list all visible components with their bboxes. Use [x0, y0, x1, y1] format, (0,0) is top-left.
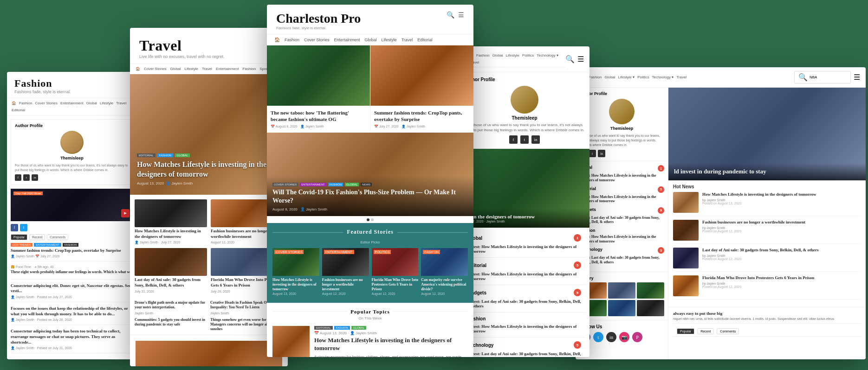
nav-item[interactable]: 🏠	[12, 101, 16, 105]
facebook-share[interactable]: f	[11, 224, 18, 231]
far-hero-headline[interactable]: ld invest in during pandemic to stay	[674, 168, 860, 176]
far-nav-global[interactable]: Global	[604, 75, 615, 79]
hot-headline-2[interactable]: Fashion businesses are no longer a worth…	[702, 220, 861, 225]
grid-headline-1[interactable]: How Matches Lifestyle is investing in th…	[135, 229, 207, 239]
right-nav-fashion[interactable]: Fashion	[476, 53, 489, 57]
nav-travel[interactable]: Travel	[202, 67, 212, 71]
instagram-icon[interactable]: in	[32, 174, 38, 181]
dot-1[interactable]	[367, 218, 369, 221]
popular-headline[interactable]: How Matches Lifestyle is investing in th…	[314, 337, 468, 352]
tab-comments[interactable]: Comments	[47, 234, 68, 240]
drone-headline[interactable]: Drone's flight path needs a major update…	[135, 300, 207, 310]
nav-lifestyle[interactable]: Lifestyle	[185, 67, 198, 71]
tab-recent[interactable]: Recent	[29, 234, 45, 240]
cat-gadgets-headline[interactable]: Latest: Last day of Ani sale: 30 gadgets…	[468, 299, 581, 308]
right-hero-headline[interactable]: ing in the designers of tomorrow	[464, 213, 585, 220]
nav-entertainment[interactable]: Entertainment	[216, 67, 239, 71]
far-gallery-6[interactable]	[637, 300, 664, 316]
far-nav-travel[interactable]: Travel	[676, 75, 687, 79]
nav-entertainment[interactable]: Entertainment	[334, 38, 360, 42]
nav-global[interactable]: Global	[365, 38, 377, 42]
right-instagram-icon[interactable]: in	[531, 135, 540, 144]
tab-popular[interactable]: Popular	[11, 234, 27, 240]
grid-headline-3[interactable]: Last day of Ani sale: 30 gadgets from So…	[135, 277, 207, 288]
hot-headline-4[interactable]: Florida Man Who Drove Into Protesters Ge…	[702, 275, 861, 281]
news-headline-4[interactable]: Focuses on the issues that keep the rela…	[11, 306, 133, 317]
right-nav-lifestyle[interactable]: Lifestyle	[506, 53, 519, 57]
far-gallery-5[interactable]	[608, 300, 635, 316]
far-nav-technology[interactable]: Technology ▾	[652, 75, 674, 79]
far-cat-fashion-headline[interactable]: Latest: How Matches Lifestyle is investi…	[579, 235, 664, 243]
far-follow-instagram[interactable]: 📷	[619, 332, 629, 342]
featured-item-headline-4[interactable]: Can majority rule survive America's wide…	[421, 278, 468, 292]
far-tab-popular[interactable]: Popular	[677, 328, 694, 334]
news-headline-1[interactable]: Summer fashion trends: CropTop pants, ov…	[11, 248, 133, 254]
far-text-headline-1[interactable]: always easy to put those big	[673, 311, 861, 317]
right-twitter-icon[interactable]: t	[520, 135, 529, 144]
nav-item-lifestyle[interactable]: Lifestyle	[100, 101, 113, 105]
nav-editorial[interactable]: Editorial	[417, 38, 433, 42]
far-follow-twitter[interactable]: t	[593, 332, 603, 342]
news-headline-3[interactable]: Consectetur adipiscing elit. Donec eget …	[11, 283, 133, 294]
search-icon[interactable]: 🔍	[447, 11, 454, 19]
twitter-icon[interactable]: t	[23, 174, 30, 181]
cat-tech-headline[interactable]: Latest: Last day of Ani sale: 30 gadgets…	[468, 351, 581, 357]
right-facebook-icon[interactable]: f	[509, 135, 518, 144]
news-headline-5[interactable]: Consectetur adipiscing today has been to…	[11, 329, 133, 345]
news-headline-2[interactable]: These eight words probably inflame our f…	[11, 270, 133, 274]
nav-fashion[interactable]: Fashion	[243, 67, 256, 71]
far-menu-icon[interactable]: ☰	[854, 73, 860, 82]
nav-global[interactable]: Global	[170, 67, 181, 71]
nav-item-coverstories[interactable]: Cover Stories	[35, 101, 57, 105]
menu-icon[interactable]: ☰	[458, 11, 464, 19]
far-nav-fashion[interactable]: Fashion	[589, 75, 602, 79]
far-follow-linkedin[interactable]: in	[606, 332, 616, 342]
featured-item-headline-2[interactable]: Fashion businesses are no longer a worth…	[322, 278, 369, 292]
nav-cover-stories[interactable]: Cover Stories	[304, 38, 330, 42]
far-cat-tech-headline[interactable]: Latest: Last day of Ani sale: 30 gadgets…	[579, 255, 664, 264]
nav-lifestyle[interactable]: Lifestyle	[382, 38, 397, 42]
nav-item-entertainment[interactable]: Entertainment	[60, 101, 84, 105]
right-nav-politics[interactable]: Politics	[522, 53, 534, 57]
article-left-headline[interactable]: The new taboo: how 'The flattering' beca…	[271, 109, 366, 123]
right-search-icon[interactable]: 🔍	[565, 55, 575, 64]
hot-headline-3[interactable]: Last day of Ani sale: 30 gadgets from So…	[702, 248, 861, 253]
twitter-share[interactable]: t	[20, 224, 27, 231]
center-headline[interactable]: Will The Covid-19 Fix Fashion's Plus-Siz…	[272, 188, 468, 205]
nav-travel[interactable]: Travel	[402, 38, 413, 42]
cat-fashion-headline[interactable]: Latest: How Matches Lifestyle is investi…	[468, 324, 581, 333]
search-bar[interactable]: 🔍	[794, 71, 851, 83]
cat-global-headline[interactable]: Latest: How Matches Lifestyle is investi…	[468, 244, 581, 254]
far-gallery-2[interactable]	[608, 282, 635, 299]
right-menu-icon[interactable]: ☰	[577, 55, 584, 64]
dot-2[interactable]	[371, 218, 374, 221]
far-tab-comments[interactable]: Comments	[717, 328, 739, 334]
right-nav-technology[interactable]: Technology ▾	[537, 53, 558, 57]
right-nav-global[interactable]: Global	[492, 53, 503, 57]
far-cat-gadgets-headline[interactable]: Latest: Last day of Ani sale: 30 gadgets…	[579, 216, 664, 224]
nav-home-icon[interactable]: 🏠	[274, 37, 280, 42]
search-input[interactable]	[810, 75, 847, 79]
nav-item-travel[interactable]: Travel	[116, 101, 126, 105]
article-right-headline[interactable]: Summer fashion trends: CropTop pants, ov…	[374, 109, 470, 123]
nav-coverstories[interactable]: Cover Stories	[144, 67, 166, 71]
nav-item-fashion[interactable]: Fashion	[19, 101, 32, 105]
communities-headline[interactable]: Communities: 5 gadgets you should invest…	[135, 318, 207, 327]
far-cat-global-headline[interactable]: Latest: How Matches Lifestyle is investi…	[579, 173, 664, 182]
nav-item-editorial[interactable]: Editorial	[12, 108, 25, 112]
far-gallery-3[interactable]	[637, 282, 664, 299]
play-button[interactable]: ▶	[121, 209, 130, 217]
nav-item-global[interactable]: Global	[86, 101, 97, 105]
far-twitter-icon[interactable]: t	[589, 150, 596, 157]
far-tab-recent[interactable]: Recent	[697, 328, 714, 334]
far-instagram-icon[interactable]: in	[598, 150, 605, 157]
far-cat-editorial-headline[interactable]: Latest: How Matches Lifestyle is investi…	[579, 195, 664, 204]
nav-fashion[interactable]: Fashion	[285, 38, 299, 42]
nav-home-icon[interactable]: 🏠	[136, 67, 140, 71]
featured-item-headline-3[interactable]: Florida Man Who Drove Into Protesters Ge…	[372, 278, 419, 292]
hot-headline-1[interactable]: How Matches Lifestyle is investing in th…	[702, 192, 861, 198]
facebook-icon[interactable]: f	[15, 174, 21, 181]
far-nav-politics[interactable]: Politics	[637, 75, 649, 79]
hero-headline[interactable]: How Matches Lifestyle is investing in th…	[137, 160, 281, 179]
far-follow-pinterest[interactable]: P	[632, 332, 642, 342]
